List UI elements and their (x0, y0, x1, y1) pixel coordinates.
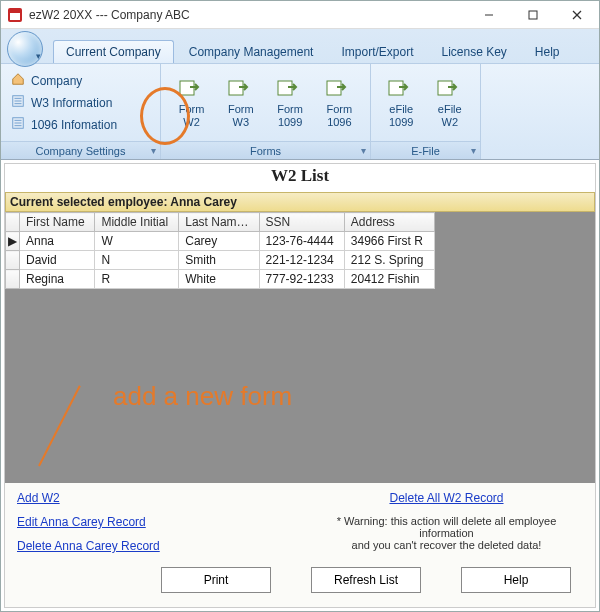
form-button-w2[interactable]: Form W2 (169, 75, 214, 129)
print-button[interactable]: Print (161, 567, 271, 593)
dialog-launcher-icon[interactable]: ▾ (151, 145, 156, 156)
actions-area: Add W2 Edit Anna Carey Record Delete Ann… (5, 483, 595, 557)
home-icon (11, 72, 25, 89)
delete-all-link[interactable]: Delete All W2 Record (389, 491, 503, 505)
row-selector[interactable] (6, 270, 20, 289)
row-selector[interactable] (6, 251, 20, 270)
svg-rect-2 (10, 10, 20, 13)
svg-rect-4 (529, 11, 537, 19)
close-button[interactable] (555, 1, 599, 29)
dialog-launcher-icon[interactable]: ▾ (471, 145, 476, 156)
group-label-efile: E-File ▾ (371, 141, 480, 159)
export-icon (325, 77, 353, 101)
titlebar: ezW2 20XX --- Company ABC (1, 1, 599, 29)
ribbon: ▾ Current CompanyCompany ManagementImpor… (1, 29, 599, 160)
grid-area: Current selected employee: Anna Carey Fi… (5, 192, 595, 483)
group-label-forms: Forms ▾ (161, 141, 370, 159)
group-label-company-settings: Company Settings ▾ (1, 141, 160, 159)
export-icon (436, 77, 464, 101)
app-window: ezW2 20XX --- Company ABC ▾ Current Comp… (0, 0, 600, 612)
minimize-icon (484, 10, 494, 20)
minimize-button[interactable] (467, 1, 511, 29)
tab-help[interactable]: Help (522, 40, 573, 63)
list-title: W2 List (5, 164, 595, 192)
form-icon (11, 94, 25, 111)
application-menu-button[interactable]: ▾ (7, 31, 43, 67)
employee-table[interactable]: First NameMiddle InitialLast Nam…SSNAddr… (5, 212, 435, 289)
edit-record-link[interactable]: Edit Anna Carey Record (17, 515, 146, 529)
close-icon (572, 10, 582, 20)
efile-button-w2[interactable]: eFile W2 (428, 75, 473, 129)
chevron-down-icon: ▾ (36, 51, 41, 61)
help-button[interactable]: Help (461, 567, 571, 593)
refresh-button[interactable]: Refresh List (311, 567, 421, 593)
app-icon (7, 7, 23, 23)
column-header[interactable]: First Name (20, 213, 95, 232)
tab-current-company[interactable]: Current Company (53, 40, 174, 63)
export-icon (178, 77, 206, 101)
selected-employee-bar: Current selected employee: Anna Carey (5, 192, 595, 212)
maximize-button[interactable] (511, 1, 555, 29)
delete-record-link[interactable]: Delete Anna Carey Record (17, 539, 160, 553)
ribbon-body: CompanyW3 Information1096 Infomation Com… (1, 63, 599, 159)
tab-license-key[interactable]: License Key (428, 40, 519, 63)
column-header[interactable]: Address (344, 213, 434, 232)
window-title: ezW2 20XX --- Company ABC (29, 8, 467, 22)
group-company-settings: CompanyW3 Information1096 Infomation Com… (1, 64, 161, 159)
add-w2-link[interactable]: Add W2 (17, 491, 60, 505)
main-panel: W2 List Current selected employee: Anna … (4, 163, 596, 608)
ribbon-tab-row: ▾ Current CompanyCompany ManagementImpor… (1, 29, 599, 63)
column-header[interactable]: Middle Initial (95, 213, 179, 232)
form-button-w3[interactable]: Form W3 (218, 75, 263, 129)
tab-import/export[interactable]: Import/Export (328, 40, 426, 63)
form-icon (11, 116, 25, 133)
column-header[interactable]: Last Nam… (179, 213, 259, 232)
export-icon (276, 77, 304, 101)
nav-w3-information[interactable]: W3 Information (9, 93, 119, 112)
export-icon (387, 77, 415, 101)
row-selector[interactable]: ▶ (6, 232, 20, 251)
table-row[interactable]: DavidNSmith221-12-1234212 S. Spring (6, 251, 435, 270)
column-header[interactable]: SSN (259, 213, 344, 232)
nav-1096-infomation[interactable]: 1096 Infomation (9, 115, 119, 134)
group-forms: Form W2Form W3Form 1099Form 1096 Forms ▾ (161, 64, 371, 159)
table-row[interactable]: ReginaRWhite777-92-123320412 Fishin (6, 270, 435, 289)
dialog-launcher-icon[interactable]: ▾ (361, 145, 366, 156)
table-row[interactable]: ▶AnnaWCarey123-76-444434966 First R (6, 232, 435, 251)
group-efile: eFile 1099eFile W2 E-File ▾ (371, 64, 481, 159)
export-icon (227, 77, 255, 101)
form-button-1096[interactable]: Form 1096 (317, 75, 362, 129)
actions-right: Delete All W2 Record * Warning: this act… (310, 491, 583, 553)
form-button-1099[interactable]: Form 1099 (268, 75, 313, 129)
button-row: Print Refresh List Help (5, 557, 595, 607)
actions-left: Add W2 Edit Anna Carey Record Delete Ann… (17, 491, 290, 553)
maximize-icon (528, 10, 538, 20)
tab-company-management[interactable]: Company Management (176, 40, 327, 63)
delete-warning: * Warning: this action will delete all e… (310, 515, 583, 551)
efile-button-1099[interactable]: eFile 1099 (379, 75, 424, 129)
nav-company[interactable]: Company (9, 71, 119, 90)
